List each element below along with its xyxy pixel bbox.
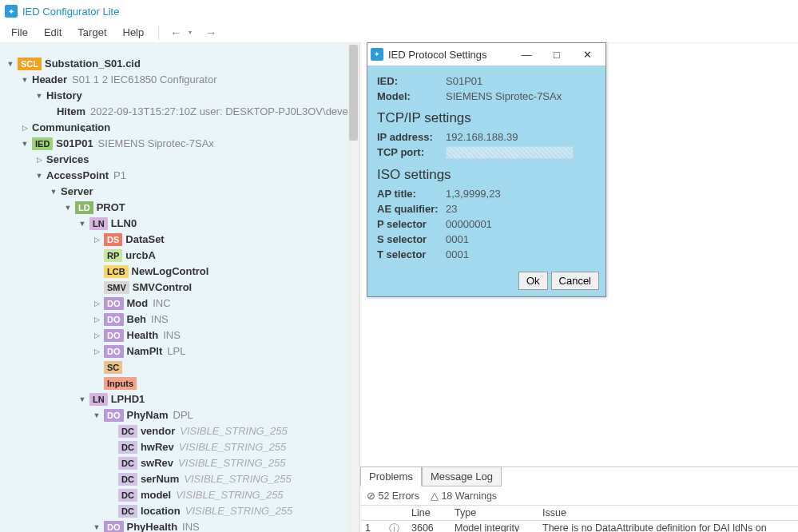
nav-forward-button[interactable]: → (200, 24, 221, 42)
port-label: TCP port: (377, 146, 446, 159)
tree-rp[interactable]: ▷ RP urcbA (5, 248, 356, 264)
badge-do: DO (104, 329, 124, 342)
tree-dc-hwrev[interactable]: ▷ DC hwRev VISIBLE_STRING_255 (5, 439, 356, 455)
tree-root[interactable]: ▼ SCL Substation_S01.cid (5, 56, 356, 72)
chevron-down-icon[interactable]: ▼ (34, 168, 45, 184)
tree-dc-sernum[interactable]: ▷ DC serNum VISIBLE_STRING_255 (5, 471, 356, 487)
tree-dc-location[interactable]: ▷ DC location VISIBLE_STRING_255 (5, 503, 356, 519)
right-pane: ✦ IED Protocol Settings — □ ✕ IED:S01P01… (359, 43, 798, 532)
tree-lcb[interactable]: ▷ LCB NewLogControl (5, 264, 356, 280)
badge-ld: LD (75, 201, 93, 214)
chevron-right-icon[interactable]: ▷ (34, 152, 45, 168)
ssel-label: S selector (377, 233, 446, 245)
chevron-down-icon[interactable]: ▼ (91, 407, 102, 423)
tree-do-health[interactable]: ▷ DO Health INS (5, 328, 356, 343)
col-issue[interactable]: Issue (538, 506, 798, 520)
ip-value: 192.168.188.39 (446, 131, 518, 143)
badge-do: DO (104, 297, 124, 310)
tree-dc-swrev[interactable]: ▷ DC swRev VISIBLE_STRING_255 (5, 455, 356, 471)
tree-history[interactable]: ▼ History (5, 88, 356, 104)
badge-do: DO (104, 521, 124, 532)
tree-header[interactable]: ▼ Header S01 1 2 IEC61850 Configurator (5, 72, 356, 88)
app-icon: ✦ (5, 5, 18, 18)
tree-smv[interactable]: ▷ SMV SMVControl (5, 280, 356, 296)
aptitle-value: 1,3,9999,23 (446, 188, 501, 200)
chevron-right-icon[interactable]: ▷ (91, 312, 102, 328)
nav-back-dropdown[interactable]: ▾ (180, 24, 200, 42)
tree-hitem[interactable]: ▼ Hitem 2022-09-13T15:27:10Z user: DESKT… (5, 104, 356, 120)
badge-lcb: LCB (104, 265, 129, 278)
maximize-icon[interactable]: □ (542, 45, 572, 64)
menu-target[interactable]: Target (69, 24, 114, 41)
tree-accesspoint[interactable]: ▼ AccessPoint P1 (5, 168, 356, 184)
title-bar: ✦ IED Configurator Lite (0, 0, 798, 22)
close-icon[interactable]: ✕ (572, 45, 602, 64)
chevron-down-icon[interactable]: ▼ (48, 184, 59, 200)
tree-ld[interactable]: ▼ LD PROT (5, 200, 356, 216)
ip-label: IP address: (377, 131, 446, 143)
minimize-icon[interactable]: — (511, 45, 542, 64)
problems-header: Line Type Issue (360, 505, 798, 521)
tree-lphd1[interactable]: ▼ LN LPHD1 (5, 391, 356, 407)
tree-server[interactable]: ▼ Server (5, 184, 356, 200)
dialog-titlebar[interactable]: ✦ IED Protocol Settings — □ ✕ (367, 43, 605, 66)
ok-button[interactable]: Ok (518, 272, 548, 290)
error-count: ⊘ 52 Errors (367, 490, 419, 502)
ied-value: S01P01 (446, 75, 482, 87)
menu-file[interactable]: File (3, 24, 36, 41)
chevron-down-icon[interactable]: ▼ (19, 72, 30, 88)
col-type[interactable]: Type (450, 506, 538, 520)
tree-dataset[interactable]: ▷ DS DataSet (5, 232, 356, 248)
chevron-right-icon[interactable]: ▷ (91, 296, 102, 312)
scrollbar-thumb[interactable] (349, 45, 358, 141)
tree-dc-vendor[interactable]: ▷ DC vendor VISIBLE_STRING_255 (5, 423, 356, 439)
ssel-value: 0001 (446, 233, 469, 245)
chevron-right-icon[interactable]: ▷ (19, 120, 30, 136)
problem-row[interactable]: 1 ⓘ 3606 Model integrity There is no Dat… (360, 521, 798, 532)
badge-ied: IED (32, 137, 53, 150)
app-title: IED Configurator Lite (22, 6, 119, 18)
badge-dc: DC (118, 425, 137, 438)
chevron-down-icon[interactable]: ▼ (34, 88, 45, 104)
chevron-down-icon[interactable]: ▼ (62, 200, 73, 216)
tree-do-phyhealth[interactable]: ▼ DO PhyHealth INS (5, 519, 356, 532)
tree-do-mod[interactable]: ▷ DO Mod INC (5, 296, 356, 312)
tree-scrollbar[interactable] (347, 43, 359, 532)
tree-communication[interactable]: ▷ Communication ⤹ (5, 120, 356, 136)
badge-dc: DC (118, 505, 137, 518)
tree-lln0[interactable]: ▼ LN LLN0 (5, 216, 356, 232)
tree-dc-model[interactable]: ▷ DC model VISIBLE_STRING_255 (5, 487, 356, 503)
menu-edit[interactable]: Edit (36, 24, 69, 41)
dialog-title: IED Protocol Settings (388, 49, 511, 61)
cancel-button[interactable]: Cancel (551, 272, 599, 290)
app-icon: ✦ (371, 48, 383, 61)
tsel-value: 0001 (446, 248, 469, 260)
tree-do-namplt[interactable]: ▷ DO NamPlt LPL (5, 343, 356, 359)
badge-dc: DC (118, 489, 137, 502)
chevron-down-icon[interactable]: ▼ (19, 136, 30, 152)
tree-services[interactable]: ▷ Services (5, 152, 356, 168)
tree-sc[interactable]: ▷ SC (5, 359, 356, 375)
tab-problems[interactable]: Problems (360, 466, 422, 486)
badge-inputs: Inputs (104, 377, 137, 390)
tree-do-beh[interactable]: ▷ DO Beh INS (5, 312, 356, 328)
col-line[interactable]: Line (407, 506, 450, 520)
tree-do-phynam[interactable]: ▼ DO PhyNam DPL (5, 407, 356, 423)
chevron-down-icon[interactable]: ▼ (77, 216, 88, 232)
tree-ied[interactable]: ▼ IED S01P01 SIEMENS Siprotec-7SAx (5, 136, 356, 152)
tree-inputs[interactable]: ▷ Inputs (5, 375, 356, 391)
chevron-down-icon[interactable]: ▼ (5, 56, 16, 72)
chevron-down-icon[interactable]: ▼ (77, 391, 88, 407)
psel-label: P selector (377, 218, 446, 230)
chevron-right-icon[interactable]: ▷ (91, 232, 102, 248)
badge-dc: DC (118, 473, 137, 486)
tree-body: ▼ SCL Substation_S01.cid ▼ Header S01 1 … (0, 43, 359, 532)
menu-help[interactable]: Help (115, 24, 153, 41)
aeq-value: 23 (446, 203, 457, 215)
chevron-right-icon[interactable]: ▷ (91, 343, 102, 359)
tcp-port-input[interactable] (446, 146, 574, 159)
chevron-right-icon[interactable]: ▷ (91, 328, 102, 343)
tab-message-log[interactable]: Message Log (422, 466, 502, 486)
chevron-down-icon[interactable]: ▼ (91, 519, 102, 532)
model-label: Model: (377, 90, 446, 102)
